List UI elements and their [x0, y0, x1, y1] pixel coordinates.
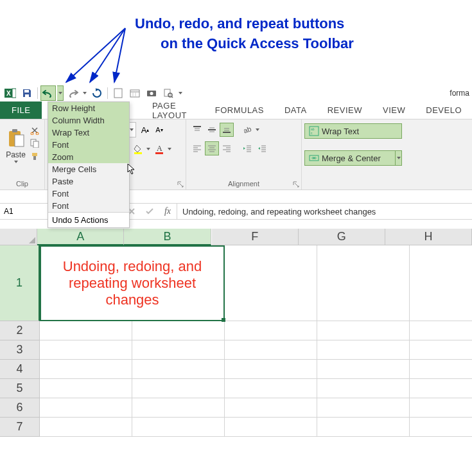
formula-input[interactable]: Undoing, redoing, and repeating workshee… [177, 204, 472, 219]
chevron-down-icon[interactable] [254, 122, 261, 137]
cell[interactable] [410, 321, 472, 340]
cell[interactable] [132, 379, 225, 398]
cell[interactable] [225, 360, 317, 379]
cell[interactable] [40, 321, 132, 340]
new-file-button[interactable] [110, 85, 126, 101]
column-header-h[interactable]: H [385, 229, 472, 245]
align-top-button[interactable] [190, 123, 204, 137]
copy-button[interactable] [29, 137, 40, 149]
align-right-button[interactable] [220, 141, 234, 155]
cell[interactable] [40, 340, 132, 360]
fill-color-button[interactable] [131, 141, 145, 157]
print-preview-button[interactable] [161, 85, 176, 101]
repeat-button[interactable] [89, 85, 105, 101]
cell[interactable] [410, 245, 472, 321]
cell[interactable] [317, 418, 410, 437]
chevron-down-icon[interactable] [166, 141, 173, 157]
cell[interactable] [317, 360, 410, 379]
dialog-launcher-icon[interactable] [177, 181, 184, 188]
cell[interactable] [132, 340, 225, 360]
tab-view[interactable]: VIEW [372, 101, 415, 119]
align-bottom-button[interactable] [220, 123, 234, 137]
row-header-5[interactable]: 5 [0, 379, 40, 398]
cell[interactable] [317, 340, 410, 360]
cell[interactable] [410, 398, 472, 418]
redo-button[interactable] [65, 85, 80, 101]
undo-item[interactable]: Paste [48, 175, 129, 188]
calendar-button[interactable] [127, 85, 143, 101]
undo-item[interactable]: Font [48, 139, 129, 151]
undo-item[interactable]: Zoom [48, 151, 129, 163]
tab-data[interactable]: DATA [274, 101, 317, 119]
cut-button[interactable] [29, 125, 40, 136]
cell[interactable] [317, 379, 410, 398]
increase-indent-button[interactable] [255, 141, 269, 155]
font-color-button[interactable]: A [152, 141, 166, 157]
chevron-down-icon[interactable] [145, 141, 152, 157]
cell[interactable] [40, 398, 132, 418]
cell[interactable] [40, 360, 132, 379]
orientation-button[interactable]: ab [240, 123, 254, 137]
undo-item[interactable]: Font [48, 188, 129, 200]
cell[interactable] [410, 379, 472, 398]
cell[interactable] [225, 340, 317, 360]
undo-item[interactable]: Row Height [48, 102, 129, 114]
confirm-edit-button[interactable] [141, 204, 159, 219]
cell[interactable] [410, 418, 472, 437]
cell[interactable] [132, 398, 225, 418]
tab-review[interactable]: REVIEW [317, 101, 372, 119]
row-header-7[interactable]: 7 [0, 418, 40, 437]
dialog-launcher-icon[interactable] [292, 181, 300, 188]
cell[interactable] [225, 418, 317, 437]
tab-developer[interactable]: DEVELO [415, 101, 472, 119]
cell[interactable] [132, 321, 225, 340]
cell[interactable] [317, 245, 410, 321]
chevron-down-icon[interactable] [396, 150, 402, 166]
align-left-button[interactable] [190, 141, 204, 155]
cell[interactable] [225, 245, 317, 321]
undo-item[interactable]: Column Width [48, 114, 129, 127]
tab-file[interactable]: FILE [0, 101, 42, 119]
cell[interactable] [40, 418, 132, 437]
row-header-3[interactable]: 3 [0, 340, 40, 360]
cell[interactable] [132, 360, 225, 379]
row-header-4[interactable]: 4 [0, 360, 40, 379]
column-header-g[interactable]: G [299, 229, 385, 245]
select-all-button[interactable] [0, 229, 37, 245]
insert-function-button[interactable]: fx [159, 204, 177, 219]
increase-font-button[interactable]: A▴ [139, 123, 152, 137]
row-header-6[interactable]: 6 [0, 398, 40, 418]
save-button[interactable] [19, 85, 35, 101]
undo-item[interactable]: Wrap Text [48, 127, 129, 139]
decrease-indent-button[interactable] [240, 141, 254, 155]
merge-center-button[interactable]: Merge & Center [304, 150, 396, 166]
column-header-f[interactable]: F [212, 229, 299, 245]
align-center-button[interactable] [205, 141, 219, 155]
cell[interactable] [132, 418, 225, 437]
row-header-2[interactable]: 2 [0, 321, 40, 340]
excel-icon[interactable]: X [3, 85, 18, 101]
cell[interactable] [225, 398, 317, 418]
undo-item[interactable]: Merge Cells [48, 163, 129, 175]
tab-page-layout[interactable]: PAGE LAYOUT [142, 101, 205, 119]
cell[interactable] [225, 321, 317, 340]
wrap-text-button[interactable]: abc Wrap Text [304, 123, 402, 139]
paste-button[interactable]: Paste [4, 122, 28, 170]
undo-dropdown-arrow[interactable] [57, 85, 64, 101]
cell[interactable] [410, 360, 472, 379]
cell[interactable] [225, 379, 317, 398]
format-painter-button[interactable] [29, 150, 40, 162]
selected-cell-a1[interactable]: Undoing, redoing, and repeating workshee… [40, 245, 225, 321]
cell[interactable] [410, 340, 472, 360]
redo-dropdown-arrow[interactable] [82, 85, 88, 101]
cell[interactable] [317, 321, 410, 340]
column-header-a[interactable]: A [37, 229, 124, 245]
align-middle-button[interactable] [205, 123, 219, 137]
cell[interactable] [317, 398, 410, 418]
row-header-1[interactable]: 1 [0, 245, 40, 321]
cell[interactable] [40, 379, 132, 398]
customize-qat-arrow[interactable] [177, 85, 184, 101]
column-header-b[interactable]: B [124, 229, 211, 245]
camera-button[interactable] [144, 85, 159, 101]
tab-formulas[interactable]: FORMULAS [205, 101, 274, 119]
